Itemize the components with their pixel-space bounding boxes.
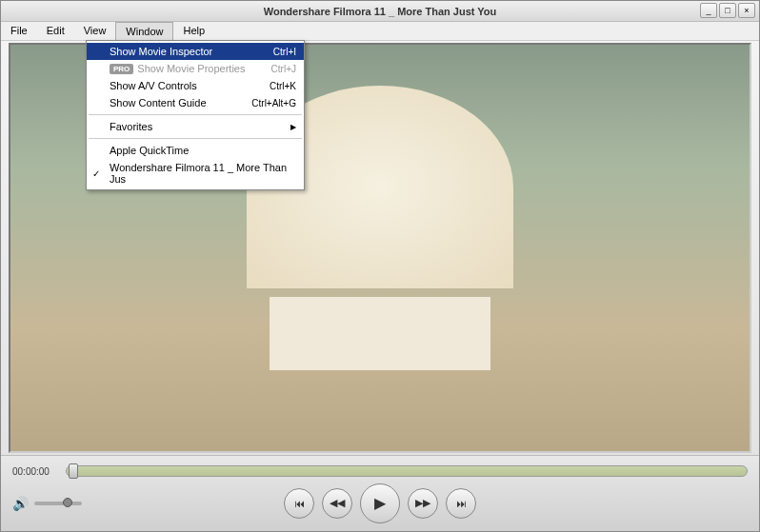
volume-control: 🔊	[12, 496, 82, 511]
maximize-button[interactable]: □	[719, 3, 736, 18]
play-button[interactable]: ▶	[360, 483, 400, 523]
time-display: 00:00:00	[12, 466, 58, 477]
dropdown-shortcut: Ctrl+J	[271, 64, 296, 74]
video-scene-desk	[270, 297, 491, 370]
dropdown-label: Apple QuickTime	[110, 145, 189, 156]
dropdown-label: Wondershare Filmora 11 _ More Than Jus	[110, 162, 296, 185]
seek-slider[interactable]	[66, 465, 748, 477]
speaker-icon[interactable]: 🔊	[12, 496, 29, 511]
fast-forward-button[interactable]: ▶▶	[408, 488, 438, 519]
pro-badge: PRO	[110, 64, 133, 74]
menu-window[interactable]: Window	[115, 22, 173, 40]
rewind-button[interactable]: ◀◀	[322, 488, 352, 519]
dropdown-shortcut: Ctrl+Alt+G	[251, 98, 296, 108]
menu-view[interactable]: View	[74, 22, 116, 40]
dropdown-show-av-controls[interactable]: Show A/V Controls Ctrl+K	[87, 77, 304, 94]
menu-file[interactable]: File	[1, 22, 37, 40]
dropdown-apple-quicktime[interactable]: Apple QuickTime	[87, 142, 304, 159]
menu-help[interactable]: Help	[173, 22, 214, 40]
chevron-right-icon: ▶	[290, 123, 296, 131]
dropdown-current-window[interactable]: ✓ Wondershare Filmora 11 _ More Than Jus	[87, 159, 304, 187]
skip-end-button[interactable]: ⏭	[446, 488, 476, 519]
window-dropdown: Show Movie Inspector Ctrl+I PRO Show Mov…	[86, 40, 305, 190]
time-row: 00:00:00	[12, 462, 748, 481]
close-button[interactable]: ×	[738, 3, 755, 18]
menu-edit[interactable]: Edit	[37, 22, 74, 40]
dropdown-label: Favorites	[110, 121, 152, 132]
seek-handle[interactable]	[69, 463, 78, 479]
menubar: File Edit View Window Help Show Movie In…	[1, 22, 759, 41]
main-window: Wondershare Filmora 11 _ More Than Just …	[0, 0, 760, 532]
window-title: Wondershare Filmora 11 _ More Than Just …	[264, 6, 497, 17]
controls-panel: 00:00:00 🔊 ⏮ ◀◀ ▶ ▶▶ ⏭	[1, 455, 759, 531]
dropdown-separator	[89, 114, 302, 115]
dropdown-shortcut: Ctrl+K	[270, 81, 296, 91]
dropdown-show-movie-inspector[interactable]: Show Movie Inspector Ctrl+I	[87, 43, 304, 60]
dropdown-label: Show Content Guide	[110, 97, 207, 108]
dropdown-show-content-guide[interactable]: Show Content Guide Ctrl+Alt+G	[87, 94, 304, 111]
dropdown-label: Show Movie Properties	[137, 63, 245, 74]
check-icon: ✓	[92, 168, 100, 179]
dropdown-show-movie-properties: PRO Show Movie Properties Ctrl+J	[87, 60, 304, 77]
volume-slider[interactable]	[34, 502, 82, 505]
titlebar-buttons: _ □ ×	[700, 3, 755, 18]
dropdown-shortcut: Ctrl+I	[273, 47, 296, 57]
dropdown-label: Show Movie Inspector	[110, 46, 212, 57]
dropdown-favorites[interactable]: Favorites ▶	[87, 118, 304, 135]
titlebar: Wondershare Filmora 11 _ More Than Just …	[1, 1, 759, 22]
transport-row: 🔊 ⏮ ◀◀ ▶ ▶▶ ⏭	[12, 481, 748, 525]
minimize-button[interactable]: _	[700, 3, 717, 18]
skip-start-button[interactable]: ⏮	[284, 488, 314, 519]
dropdown-separator	[89, 138, 302, 139]
dropdown-label: Show A/V Controls	[110, 80, 197, 91]
volume-handle[interactable]	[63, 498, 72, 507]
